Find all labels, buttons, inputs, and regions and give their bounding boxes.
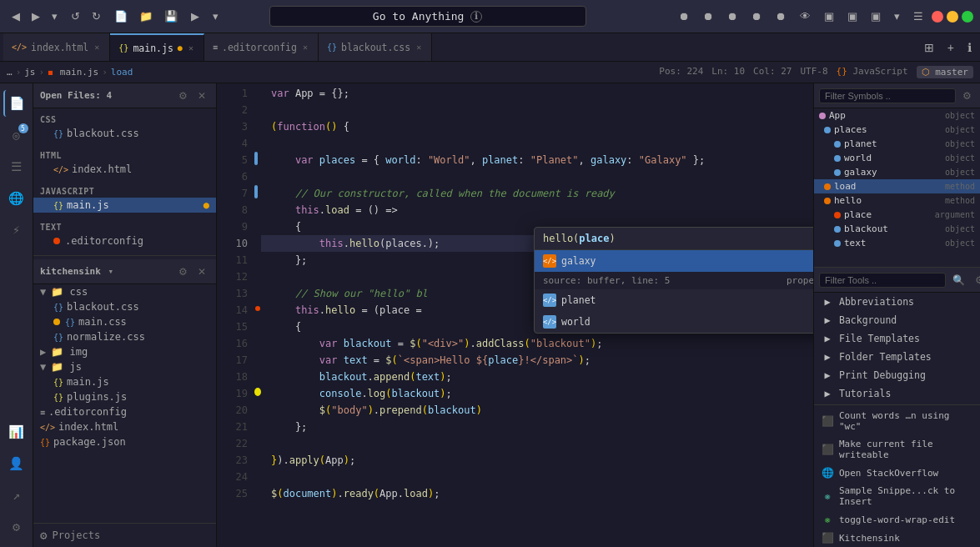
branch-badge[interactable]: ⬡ master: [917, 66, 973, 78]
tree-proj-index-html[interactable]: </> index.html: [33, 419, 216, 434]
activity-person[interactable]: 👤: [3, 450, 30, 477]
sym-app[interactable]: App object: [814, 108, 980, 123]
sym-load[interactable]: load method: [814, 179, 980, 193]
tab-editorconfig[interactable]: ≡ .editorconfig ✕: [204, 33, 319, 62]
tab-close[interactable]: ✕: [187, 43, 195, 53]
activity-files[interactable]: 📄: [3, 90, 30, 117]
autocomplete-item-world[interactable]: </> world object: [535, 311, 813, 333]
tree-item-main-js[interactable]: {} main.js ●: [33, 198, 216, 213]
split-editor-button[interactable]: ⊞: [919, 38, 939, 58]
activity-globe[interactable]: 🌐: [3, 185, 30, 212]
tool-abbreviations[interactable]: ▶ Abbreviations: [814, 293, 980, 311]
tree-item-blackout-css[interactable]: {} blackout.css: [33, 126, 216, 141]
tree-item-index-html[interactable]: </> index.html: [33, 162, 216, 177]
open-folder-button[interactable]: 📁: [134, 7, 158, 26]
tool-count-words[interactable]: ⬛ Count words …n using "wc": [814, 407, 980, 435]
tab-close[interactable]: ✕: [415, 42, 423, 53]
sym-place[interactable]: place argument: [814, 208, 980, 222]
tools-search-input[interactable]: [819, 273, 946, 288]
tool-file-templates[interactable]: ▶ File Templates: [814, 329, 980, 348]
sym-galaxy[interactable]: galaxy object: [814, 165, 980, 179]
project-settings[interactable]: ⚙: [175, 264, 191, 279]
nav-more-button[interactable]: ▾: [47, 7, 63, 26]
activity-chart[interactable]: 📊: [3, 419, 30, 445]
play-button[interactable]: ▶: [186, 7, 204, 26]
tree-proj-main-js[interactable]: {} main.js: [33, 374, 216, 389]
tool-make-writeable[interactable]: ⬛ Make current file writeable: [814, 435, 980, 464]
tree-proj-editorconfig[interactable]: ≡ .editorconfig: [33, 404, 216, 419]
project-close[interactable]: ✕: [194, 264, 209, 279]
tools-settings[interactable]: ⚙: [972, 273, 980, 288]
syntax-text[interactable]: {} JavaScript: [837, 66, 908, 78]
btn3[interactable]: ⏺: [722, 7, 743, 26]
tab-info-button[interactable]: ℹ: [962, 38, 977, 58]
tab-close[interactable]: ✕: [93, 42, 101, 53]
encoding-text[interactable]: UTF-8: [800, 66, 827, 78]
activity-settings[interactable]: ⚙: [3, 514, 30, 540]
back-button[interactable]: ◀: [7, 7, 25, 26]
tree-folder-img[interactable]: ▶ 📁 img: [33, 344, 216, 359]
pos-text[interactable]: Pos: 224: [659, 66, 703, 78]
layout3-button[interactable]: ▣: [866, 7, 886, 26]
layout-more-button[interactable]: ▾: [889, 7, 905, 26]
forward-button[interactable]: ▶: [27, 7, 45, 26]
panel-close[interactable]: ✕: [194, 88, 209, 103]
tree-proj-package-json[interactable]: {} package.json: [33, 434, 216, 449]
sym-planet[interactable]: planet object: [814, 137, 980, 151]
layout1-button[interactable]: ▣: [819, 7, 839, 26]
undo-button[interactable]: ↺: [66, 7, 85, 26]
symbols-search-input[interactable]: [819, 88, 956, 103]
tool-sample-snippet[interactable]: ❋ Sample Snippe...ck to Insert: [814, 482, 980, 510]
autocomplete-popup[interactable]: hello(place) </> galaxy object source: b…: [534, 227, 813, 334]
preview-button[interactable]: 👁: [795, 7, 816, 26]
tree-item-editorconfig[interactable]: .editorconfig: [33, 233, 216, 248]
tab-main-js[interactable]: {} main.js ● ✕: [110, 33, 204, 62]
activity-bolt[interactable]: ⚡: [3, 217, 30, 243]
tab-close[interactable]: ✕: [301, 42, 309, 53]
symbols-settings[interactable]: ⚙: [959, 88, 975, 103]
breadcrumb-method[interactable]: load: [111, 67, 133, 78]
tool-print-debugging[interactable]: ▶ Print Debugging: [814, 366, 980, 384]
more-tools-button[interactable]: ▾: [208, 7, 224, 26]
sym-places[interactable]: places object: [814, 123, 980, 137]
sym-world[interactable]: world object: [814, 151, 980, 165]
panel-settings[interactable]: ⚙: [175, 88, 191, 103]
breadcrumb-main-js[interactable]: ◼ main.js: [48, 67, 98, 78]
activity-network[interactable]: ◎ 5: [3, 122, 30, 148]
activity-list[interactable]: ☰: [3, 153, 30, 180]
tool-folder-templates[interactable]: ▶ Folder Templates: [814, 348, 980, 366]
project-dropdown[interactable]: ▾: [108, 266, 113, 277]
tree-proj-main-css[interactable]: {} main.css: [33, 314, 216, 329]
code-container[interactable]: 1 2 3 4 5 6 7 8 9 10 11 12 13 14 15 16 1…: [217, 83, 813, 547]
sym-hello[interactable]: hello method: [814, 193, 980, 208]
tree-proj-blackout-css[interactable]: {} blackout.css: [33, 299, 216, 314]
breadcrumb-ellipsis[interactable]: …: [7, 67, 13, 78]
tree-folder-js[interactable]: ▼ 📁 js: [33, 359, 216, 374]
breadcrumb-js[interactable]: js: [24, 67, 35, 78]
search-bar[interactable]: Go to Anything ℹ: [269, 6, 586, 27]
activity-share[interactable]: ↗: [3, 482, 30, 509]
tab-blackout-css[interactable]: {} blackout.css ✕: [319, 33, 432, 62]
hamburger-button[interactable]: ☰: [908, 7, 928, 26]
sym-text[interactable]: text object: [814, 236, 980, 250]
tool-tutorials[interactable]: ▶ Tutorials: [814, 384, 980, 403]
tool-background[interactable]: ▶ Background: [814, 311, 980, 329]
maximize-window[interactable]: [962, 11, 973, 23]
ln-text[interactable]: Ln: 10: [711, 66, 745, 78]
tool-toggle-wrap[interactable]: ❋ toggle-word-wrap-edit: [814, 510, 980, 529]
col-text[interactable]: Col: 27: [753, 66, 792, 78]
projects-button[interactable]: ⚙ Projects: [33, 524, 216, 547]
btn4[interactable]: ⏺: [746, 7, 767, 26]
autocomplete-item-planet[interactable]: </> planet object: [535, 289, 813, 311]
tab-index-html[interactable]: </> index.html ✕: [3, 33, 110, 62]
layout2-button[interactable]: ▣: [842, 7, 862, 26]
open-file-button[interactable]: 📄: [109, 7, 133, 26]
save-button[interactable]: 💾: [159, 7, 183, 26]
btn2[interactable]: ⏺: [698, 7, 719, 26]
tools-search-btn[interactable]: 🔍: [949, 273, 968, 288]
tree-proj-normalize-css[interactable]: {} normalize.css: [33, 329, 216, 344]
redo-button[interactable]: ↻: [87, 7, 106, 26]
minimize-window[interactable]: [947, 11, 958, 23]
tree-folder-css[interactable]: ▼ 📁 css: [33, 284, 216, 299]
close-window[interactable]: [932, 11, 943, 23]
